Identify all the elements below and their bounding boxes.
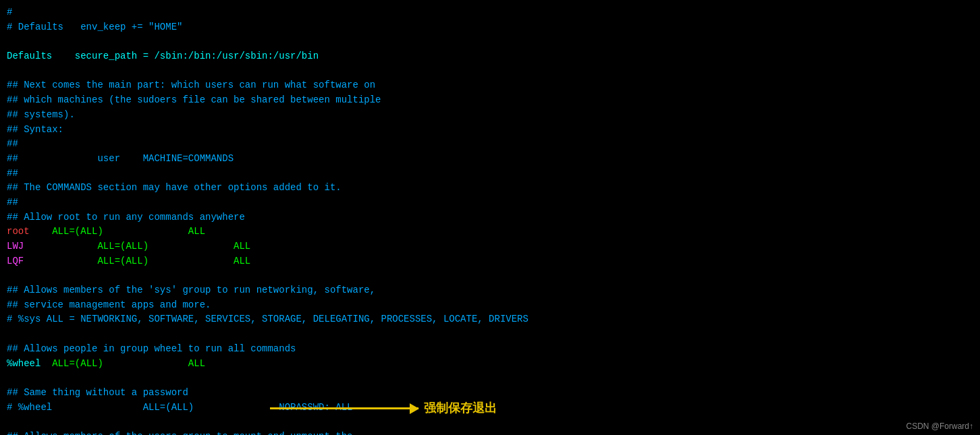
terminal-line-l25: %wheel ALL=(ALL) ALL xyxy=(7,357,973,372)
terminal-line-l13: ## The COMMANDS section may have other o… xyxy=(7,181,973,196)
terminal-line-l23 xyxy=(7,327,973,342)
terminal-line-l24: ## Allows people in group wheel to run a… xyxy=(7,342,973,357)
terminal-line-l18: LQF ALL=(ALL) ALL xyxy=(7,254,973,269)
watermark: CSDN @Forward↑ xyxy=(906,422,973,431)
terminal-line-l29 xyxy=(7,415,973,430)
terminal-line-l19 xyxy=(7,268,973,283)
terminal-line-l6: ## Next comes the main part: which users… xyxy=(7,78,973,93)
terminal-line-l8: ## systems). xyxy=(7,108,973,123)
annotation-label: 强制保存退出 xyxy=(424,400,497,416)
terminal-line-l30: ## Allows members of the users group to … xyxy=(7,430,973,435)
terminal-line-l17: LWJ ALL=(ALL) ALL xyxy=(7,239,973,254)
terminal-line-l14: ## xyxy=(7,196,973,210)
terminal-line-l20: ## Allows members of the 'sys' group to … xyxy=(7,283,973,298)
annotation-container: 强制保存退出 xyxy=(270,400,497,416)
terminal-line-l1: # xyxy=(7,5,973,20)
terminal-line-l11: ## user MACHINE=COMMANDS xyxy=(7,152,973,167)
terminal-line-l2: # Defaults env_keep += "HOME" xyxy=(7,20,973,35)
terminal-line-l9: ## Syntax: xyxy=(7,123,973,138)
terminal-line-l4: Defaults secure_path = /sbin:/bin:/usr/s… xyxy=(7,49,973,64)
terminal-line-l10: ## xyxy=(7,137,973,152)
terminal-line-l12: ## xyxy=(7,167,973,181)
terminal-line-l26 xyxy=(7,371,973,386)
annotation-arrow xyxy=(270,407,418,409)
terminal-line-l21: ## service management apps and more. xyxy=(7,298,973,313)
terminal-line-l15: ## Allow root to run any commands anywhe… xyxy=(7,210,973,225)
terminal-line-l27: ## Same thing without a password xyxy=(7,386,973,401)
terminal-line-l3 xyxy=(7,34,973,49)
terminal-line-l7: ## which machines (the sudoers file can … xyxy=(7,93,973,108)
terminal-line-l16: root ALL=(ALL) ALL xyxy=(7,225,973,239)
terminal-window: ## Defaults env_keep += "HOME" Defaults … xyxy=(0,0,980,435)
terminal-line-l22: # %sys ALL = NETWORKING, SOFTWARE, SERVI… xyxy=(7,312,973,327)
terminal-line-l5 xyxy=(7,64,973,79)
